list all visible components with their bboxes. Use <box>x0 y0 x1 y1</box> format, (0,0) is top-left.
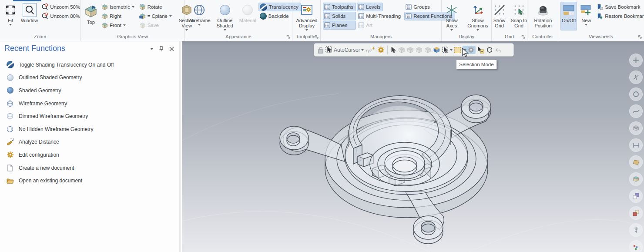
manager-levels-button[interactable]: Levels <box>357 3 383 11</box>
quick-plane-button[interactable] <box>629 155 643 169</box>
grid-dialog-launcher[interactable] <box>521 35 526 39</box>
manager-toolpaths-button[interactable]: Toolpaths <box>323 3 356 11</box>
select-cube-3-button[interactable] <box>416 47 423 54</box>
close-icon[interactable] <box>169 47 174 51</box>
material-button[interactable]: Material <box>238 2 258 30</box>
tooltip-label: Selection Mode <box>459 62 493 67</box>
right-view-button[interactable]: Right <box>100 12 137 20</box>
restore-bookmark-button[interactable]: Restore Bookmark <box>595 12 644 20</box>
save-bookmark-button[interactable]: Save Bookmark <box>595 3 644 11</box>
select-cube-1-button[interactable] <box>398 47 405 54</box>
autocursor-button[interactable]: AutoCursor <box>325 46 364 54</box>
show-grid-button[interactable]: Show Grid <box>491 2 508 30</box>
top-view-icon <box>84 5 98 19</box>
manager-multithreading-button[interactable]: Multi-Threading <box>357 12 403 20</box>
isometric-view-label: Isometric <box>110 4 130 10</box>
unzoom-80-button[interactable]: Unzoom 80% <box>40 12 83 20</box>
list-item-label: Analyze Distance <box>19 139 59 145</box>
select-cube-4-button[interactable] <box>424 47 431 54</box>
select-solids-button[interactable] <box>433 46 440 54</box>
fit-icon <box>3 3 17 17</box>
cplane-button[interactable]: = Cplane <box>138 12 174 20</box>
quick-plus-button[interactable] <box>629 54 643 67</box>
quick-spline-button[interactable] <box>629 104 643 118</box>
gear-plus-button[interactable] <box>378 47 384 53</box>
save-view-button[interactable]: Save <box>138 21 174 30</box>
refresh-selection-button[interactable] <box>486 47 493 54</box>
viewsheets-dialog-launcher[interactable] <box>638 35 642 39</box>
advanced-display-button[interactable]: Advanced Display <box>294 2 319 30</box>
rotation-position-button[interactable]: Rotation Position <box>531 2 555 30</box>
viewsheets-new-button[interactable]: New <box>578 2 594 30</box>
list-item-shaded[interactable]: Shaded Geometry <box>0 84 179 97</box>
quick-xyz-labels-button[interactable] <box>629 240 643 252</box>
backside-label: Backside <box>268 13 289 19</box>
front-dropdown-icon <box>123 24 126 26</box>
list-item-analyze-distance[interactable]: Analyze Distance <box>0 136 179 149</box>
wireframe-button[interactable]: Wireframe <box>187 2 212 30</box>
rotate-button[interactable]: Rotate <box>138 3 174 11</box>
graphics-viewport[interactable]: AutoCursor xyz + <box>182 41 644 252</box>
unzoom-50-icon <box>41 3 48 10</box>
pin-icon[interactable] <box>159 46 164 52</box>
list-item-open-document[interactable]: Open an existing document <box>0 174 179 187</box>
manager-groups-button[interactable]: Groups <box>404 3 433 11</box>
right-quick-toolbar <box>629 54 643 252</box>
rotate-label: Rotate <box>148 4 162 10</box>
unzoom-50-button[interactable]: Unzoom 50% <box>40 3 83 11</box>
list-item-toggle-translucency[interactable]: Toggle Shading Translucency On and Off <box>0 58 179 71</box>
ribbon-group-controller: Rotation Position Controller <box>527 0 558 41</box>
viewsheets-onoff-button[interactable]: On/Off <box>560 2 577 30</box>
selection-mode-button[interactable] <box>454 47 461 53</box>
window-zoom-button[interactable]: Window <box>20 2 39 30</box>
quick-bounding-box-button[interactable] <box>629 121 643 135</box>
toolpaths-dialog-launcher[interactable] <box>315 35 319 39</box>
list-item-edit-configuration[interactable]: Edit configuration <box>0 148 179 161</box>
isometric-view-button[interactable]: Isometric <box>100 3 137 11</box>
top-view-button[interactable]: Top <box>83 2 99 30</box>
restore-bookmark-icon <box>597 13 603 20</box>
panel-menu-icon[interactable] <box>151 48 153 50</box>
snap-to-grid-button[interactable]: Snap to Grid <box>509 2 529 30</box>
select-arrow-button[interactable] <box>391 47 396 54</box>
manager-art-button[interactable]: Art <box>357 21 403 30</box>
list-item-wireframe[interactable]: Wireframe Geometry <box>0 97 179 110</box>
outline-shaded-button[interactable]: Outline Shaded <box>213 2 237 30</box>
show-gnomons-button[interactable]: Show Gnomons <box>464 2 491 30</box>
quick-dimension-button[interactable] <box>629 138 643 152</box>
no-hidden-globe-icon <box>6 125 14 133</box>
appearance-dialog-launcher[interactable] <box>286 35 291 39</box>
quick-layers-purple-button[interactable] <box>629 189 643 203</box>
quick-line-button[interactable] <box>629 71 643 84</box>
quick-solid-button[interactable] <box>629 172 643 186</box>
cad-model-flange[interactable] <box>182 41 644 252</box>
open-folder-icon <box>6 177 14 185</box>
list-item-label: No Hidden Wireframe Geometry <box>19 126 93 132</box>
list-item-no-hidden-wireframe[interactable]: No Hidden Wireframe Geometry <box>0 123 179 136</box>
list-item-outlined-shaded[interactable]: Outlined Shaded Geometry <box>0 71 179 84</box>
quick-layers-red-button[interactable] <box>629 206 643 220</box>
lock-icon[interactable] <box>318 47 324 54</box>
front-view-button[interactable]: Front <box>100 21 137 30</box>
list-item-label: Create a new document <box>19 165 74 171</box>
list-item-create-document[interactable]: Create a new document <box>0 161 179 175</box>
quick-circle-button[interactable] <box>629 87 643 101</box>
show-axes-button[interactable]: Show Axes <box>443 2 461 30</box>
manager-planes-button[interactable]: Planes <box>323 21 356 30</box>
backside-icon <box>260 13 267 20</box>
select-cube-2-button[interactable] <box>407 47 414 54</box>
manager-panel-icon <box>406 4 412 10</box>
xyz-point-button[interactable]: xyz + <box>366 47 376 53</box>
fit-button[interactable]: Fit <box>2 2 19 30</box>
list-item-dimmed-wireframe[interactable]: Dimmed Wireframe Geometry <box>0 110 179 123</box>
ribbon-group-toolpaths: Advanced Display Toolpaths <box>292 0 321 41</box>
validate-selection-button[interactable] <box>477 47 484 54</box>
manager-solids-button[interactable]: Solids <box>323 12 356 20</box>
manager-groups-label: Groups <box>413 4 430 10</box>
translucency-icon <box>6 61 14 69</box>
quick-z-levels-button[interactable] <box>629 223 643 237</box>
manager-panel-icon <box>324 4 330 10</box>
undo-selection-button[interactable] <box>495 47 502 53</box>
ribbon-group-zoom: Fit Window Unzoom <box>0 0 80 41</box>
select-box-cursor-button[interactable] <box>442 47 453 54</box>
